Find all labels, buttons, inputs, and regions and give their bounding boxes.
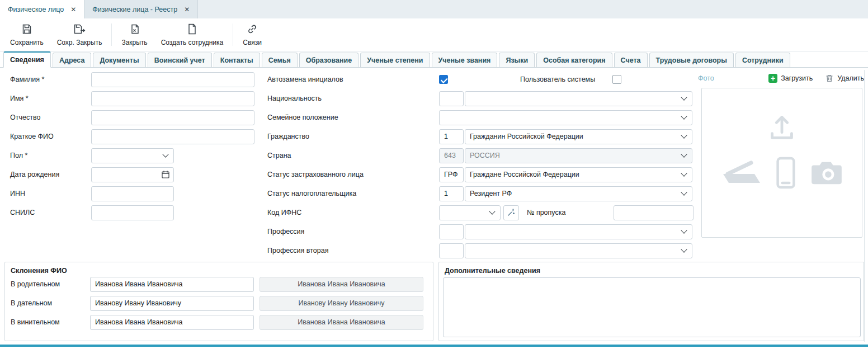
tab-uchenye-zvaniya[interactable]: Ученые звания <box>432 53 498 67</box>
tab-scheta[interactable]: Счета <box>614 53 648 67</box>
save-icon <box>21 23 33 37</box>
pass-number-label: № пропуска <box>527 209 614 216</box>
scanner-icon[interactable] <box>720 157 762 188</box>
snils-input[interactable] <box>91 205 174 220</box>
chevron-down-icon <box>681 170 687 176</box>
dative-suggestion-button[interactable]: Иванову Ивану Ивановичу <box>260 296 423 311</box>
status-fields-column: Автозамена инициалов Пользователь систем… <box>263 70 699 260</box>
citizenship-code-input[interactable] <box>439 129 464 144</box>
tab-svedeniya[interactable]: Сведения <box>3 51 51 68</box>
firstname-input[interactable] <box>91 91 254 106</box>
photo-delete-button[interactable]: Удалить <box>825 74 864 83</box>
patronymic-input[interactable] <box>91 110 254 125</box>
photo-delete-label: Удалить <box>837 74 864 82</box>
declension-row: В дательном Иванову Ивану Ивановичу <box>5 294 433 313</box>
field-row: Имя * <box>6 89 263 108</box>
short-fio-input[interactable] <box>91 129 254 144</box>
window-tab-registry[interactable]: Физические лица - Реестр ✕ <box>84 0 198 18</box>
genitive-input[interactable] <box>90 277 254 292</box>
declension-row: В родительном Иванова Ивана Ивановича <box>5 275 433 294</box>
accusative-suggestion-button[interactable]: Иванова Ивана Ивановича <box>260 315 423 330</box>
chevron-down-icon <box>489 208 495 214</box>
nationality-code-input[interactable] <box>439 91 464 106</box>
create-employee-button[interactable]: Создать сотрудника <box>154 21 230 49</box>
calendar-icon[interactable] <box>161 170 170 179</box>
lastname-input[interactable] <box>91 72 254 87</box>
photo-panel: Фото + Загрузить Удалить <box>698 70 864 87</box>
links-icon <box>246 23 258 37</box>
field-row: Статус налогоплательщика Резидент РФ <box>263 184 699 203</box>
profession-select[interactable] <box>465 224 692 239</box>
marital-status-select[interactable] <box>439 110 692 125</box>
additional-info-textarea[interactable] <box>443 277 861 337</box>
declension-row: В винительном Иванова Ивана Ивановича <box>5 313 433 332</box>
camera-icon[interactable] <box>809 160 844 186</box>
close-button[interactable]: Закрыть <box>115 21 154 49</box>
insured-status-code-input[interactable] <box>439 167 464 182</box>
links-button[interactable]: Связи <box>236 21 268 49</box>
bottom-accent-bar <box>0 345 868 347</box>
field-row: Профессия вторая <box>263 241 699 260</box>
auto-initials-checkbox[interactable] <box>439 75 448 84</box>
ifns-code-select[interactable] <box>439 205 501 220</box>
tab-obrazovanie[interactable]: Образование <box>299 53 358 67</box>
citizenship-label: Гражданство <box>263 133 439 140</box>
inn-input[interactable] <box>91 186 174 201</box>
smartphone-icon[interactable] <box>776 157 796 189</box>
save-close-button[interactable]: Сохр. Закрыть <box>50 21 109 49</box>
window-tab-person[interactable]: Физическое лицо ✕ <box>0 0 84 19</box>
photo-upload-button[interactable]: + Загрузить <box>768 74 813 83</box>
tab-dokumenty[interactable]: Документы <box>93 53 145 67</box>
country-select[interactable]: РОССИЯ <box>465 148 692 163</box>
nationality-label: Национальность <box>263 95 439 102</box>
photo-header: Фото + Загрузить Удалить <box>698 70 864 87</box>
profession-second-select[interactable] <box>465 243 692 258</box>
pass-number-input[interactable] <box>614 205 694 220</box>
snils-label: СНИЛС <box>6 209 91 216</box>
tab-trudovye-dogovory[interactable]: Трудовые договоры <box>649 53 734 67</box>
tab-kontakty[interactable]: Контакты <box>214 53 260 67</box>
create-employee-icon <box>186 23 198 37</box>
save-button[interactable]: Сохранить <box>3 21 50 49</box>
field-row: Пол * <box>6 146 263 165</box>
photo-source-icons <box>720 157 844 189</box>
field-row: Код ИФНС № пропуска <box>263 203 699 222</box>
ifns-autofill-button[interactable] <box>503 205 519 220</box>
field-row: Семейное положение <box>263 108 699 127</box>
taxpayer-status-code-input[interactable] <box>439 186 464 201</box>
name-fields-column: Фамилия * Имя * Отчество Краткое ФИО Пол… <box>6 70 263 222</box>
tab-osobaya-kategoriya[interactable]: Особая категория <box>536 53 612 67</box>
nationality-select[interactable] <box>465 91 692 106</box>
insured-status-label: Статус застрахованного лица <box>263 171 439 178</box>
section-tabs: Сведения Адреса Документы Воинский учет … <box>0 51 868 68</box>
profession-code-input[interactable] <box>439 224 464 239</box>
birth-date-label: Дата рождения <box>6 171 91 178</box>
close-tab-icon[interactable]: ✕ <box>184 6 190 13</box>
accusative-input[interactable] <box>90 315 254 330</box>
gender-select[interactable] <box>91 148 174 163</box>
tab-semya[interactable]: Семья <box>262 53 298 67</box>
tab-voinskiy-uchet[interactable]: Воинский учет <box>148 53 212 67</box>
tab-sotrudniki[interactable]: Сотрудники <box>735 53 790 67</box>
tab-yazyki[interactable]: Языки <box>499 53 535 67</box>
citizenship-select[interactable]: Гражданин Российской Федерации <box>465 129 692 144</box>
birth-date-input[interactable] <box>92 171 161 178</box>
dative-label: В дательном <box>5 299 90 307</box>
dative-input[interactable] <box>90 296 254 311</box>
system-user-checkbox[interactable] <box>612 75 621 84</box>
insured-status-select[interactable]: Граждане Российской Федерации <box>465 167 692 182</box>
photo-drop-area[interactable] <box>701 88 862 238</box>
additional-info-panel: Дополнительные сведения <box>438 262 864 341</box>
taxpayer-status-select[interactable]: Резидент РФ <box>465 186 692 201</box>
genitive-suggestion-button[interactable]: Иванова Ивана Ивановича <box>260 277 423 292</box>
close-tab-icon[interactable]: ✕ <box>70 6 76 13</box>
declensions-title: Склонения ФИО <box>5 267 433 275</box>
chevron-down-icon <box>162 151 168 157</box>
tab-adresa[interactable]: Адреса <box>53 53 91 67</box>
profession-second-code-input[interactable] <box>439 243 464 258</box>
photo-upload-label: Загрузить <box>781 74 813 82</box>
window-tab-label: Физические лица - Реестр <box>92 6 177 13</box>
tab-uchenye-stepeni[interactable]: Ученые степени <box>360 53 430 67</box>
country-code-input[interactable] <box>439 148 464 163</box>
chevron-down-icon <box>681 132 687 138</box>
